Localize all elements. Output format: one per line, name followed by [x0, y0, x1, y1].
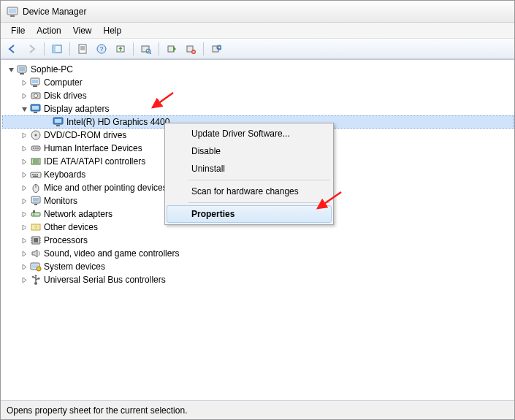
root-icon — [17, 64, 28, 75]
toolbar-separator — [133, 42, 134, 56]
svg-point-29 — [34, 94, 38, 98]
enable-button[interactable] — [163, 41, 180, 57]
tree-item-label: Intel(R) HD Graphics 4400 — [66, 117, 169, 127]
hid-icon — [30, 142, 42, 154]
other-icon: ? — [30, 221, 42, 233]
tree-category-13[interactable]: System devices — [2, 260, 514, 273]
svg-rect-35 — [56, 125, 60, 126]
toolbar: ? — [1, 39, 514, 59]
expand-icon[interactable] — [20, 144, 28, 153]
window-title: Device Manager — [23, 7, 86, 17]
expand-icon[interactable] — [20, 131, 28, 140]
menu-file[interactable]: File — [5, 24, 31, 37]
svg-rect-56 — [31, 213, 40, 216]
svg-rect-23 — [19, 67, 25, 71]
menu-help[interactable]: Help — [98, 24, 128, 37]
context-menu-separator — [188, 180, 330, 180]
svg-rect-57 — [33, 210, 35, 213]
tree-item-label: Human Interface Devices — [44, 143, 142, 153]
status-text: Opens property sheet for the current sel… — [7, 405, 187, 416]
cpu-icon — [30, 234, 42, 246]
optical-icon — [30, 129, 42, 141]
tree-item-label: System devices — [44, 261, 105, 272]
tree-item-label: Network adapters — [44, 209, 112, 219]
expand-icon[interactable] — [20, 157, 28, 166]
context-menu-item-4[interactable]: Properties — [167, 205, 332, 223]
expand-icon[interactable] — [20, 223, 28, 232]
menu-action[interactable]: Action — [31, 24, 66, 37]
svg-text:?: ? — [34, 224, 38, 231]
collapse-icon[interactable] — [20, 104, 28, 113]
title-bar: Device Manager — [1, 1, 514, 23]
expand-icon[interactable] — [20, 91, 28, 100]
tree-item-label: Monitors — [44, 196, 77, 206]
show-hide-tree-button[interactable] — [48, 41, 66, 57]
svg-rect-15 — [168, 46, 174, 52]
tree-item-label: Display adapters — [44, 104, 109, 114]
tree-root-node[interactable]: Sophie-PC — [2, 63, 514, 76]
computer-icon — [30, 77, 42, 88]
legacy-hardware-button[interactable] — [207, 41, 225, 57]
menu-view[interactable]: View — [67, 24, 98, 37]
tree-category-11[interactable]: Processors — [2, 234, 514, 247]
expand-icon[interactable] — [20, 196, 28, 205]
tree-item-label: IDE ATA/ATAPI controllers — [44, 156, 145, 167]
tree-item-label: Mice and other pointing devices — [44, 183, 167, 193]
tree-category-1[interactable]: Disk drives — [2, 89, 514, 102]
collapse-icon[interactable] — [7, 65, 15, 74]
toolbar-separator — [203, 42, 204, 56]
expand-icon[interactable] — [20, 78, 28, 87]
expand-icon[interactable] — [20, 170, 28, 179]
tree-item-label: DVD/CD-ROM drives — [44, 130, 126, 140]
expand-icon[interactable] — [20, 275, 28, 284]
svg-rect-47 — [32, 174, 34, 175]
svg-point-39 — [33, 148, 34, 149]
svg-rect-49 — [37, 174, 38, 175]
uninstall-button[interactable] — [182, 41, 199, 57]
context-menu-separator — [188, 202, 330, 203]
tree-category-14[interactable]: Universal Serial Bus controllers — [2, 273, 514, 286]
mouse-icon — [30, 182, 42, 194]
svg-rect-1 — [9, 9, 16, 13]
status-bar: Opens property sheet for the current sel… — [1, 400, 514, 419]
context-menu-item-0[interactable]: Update Driver Software... — [167, 125, 332, 142]
tree-category-2[interactable]: Display adapters — [2, 102, 514, 115]
expand-icon[interactable] — [20, 236, 28, 245]
svg-rect-2 — [10, 15, 15, 17]
back-button[interactable] — [4, 41, 21, 57]
properties-button[interactable] — [74, 41, 91, 57]
update-driver-button[interactable] — [112, 41, 129, 57]
toolbar-separator — [159, 42, 159, 56]
tree-item-label: Processors — [44, 235, 88, 245]
svg-rect-54 — [33, 198, 39, 202]
expand-icon[interactable] — [20, 249, 28, 258]
svg-rect-24 — [20, 73, 24, 75]
svg-rect-27 — [33, 85, 37, 87]
expand-icon[interactable] — [20, 262, 28, 271]
svg-rect-32 — [34, 112, 37, 113]
tree-item-label: Other devices — [44, 222, 98, 232]
scan-hardware-button[interactable] — [137, 41, 155, 57]
expand-icon[interactable] — [20, 183, 28, 192]
device-tree-panel[interactable]: Sophie-PCComputerDisk drivesDisplay adap… — [1, 59, 514, 400]
svg-point-71 — [37, 267, 41, 271]
network-icon — [30, 208, 42, 220]
tree-category-12[interactable]: Sound, video and game controllers — [2, 247, 514, 260]
display-icon — [30, 103, 42, 115]
tree-category-0[interactable]: Computer — [2, 76, 514, 89]
svg-point-37 — [35, 134, 37, 137]
svg-rect-48 — [34, 174, 36, 175]
context-menu-item-1[interactable]: Disable — [167, 142, 332, 160]
toolbar-separator — [44, 42, 45, 56]
svg-rect-75 — [38, 278, 40, 280]
help-button[interactable]: ? — [93, 41, 110, 57]
expand-icon[interactable] — [20, 210, 28, 218]
context-menu-item-2[interactable]: Uninstall — [167, 160, 332, 177]
context-menu-item-3[interactable]: Scan for hardware changes — [167, 183, 332, 200]
tree-item-label: Disk drives — [44, 91, 87, 101]
display-icon — [53, 116, 64, 128]
svg-rect-50 — [33, 176, 38, 177]
menu-bar: File Action View Help — [1, 23, 514, 39]
tree-item-label: Keyboards — [44, 169, 85, 180]
forward-button[interactable] — [23, 41, 40, 57]
